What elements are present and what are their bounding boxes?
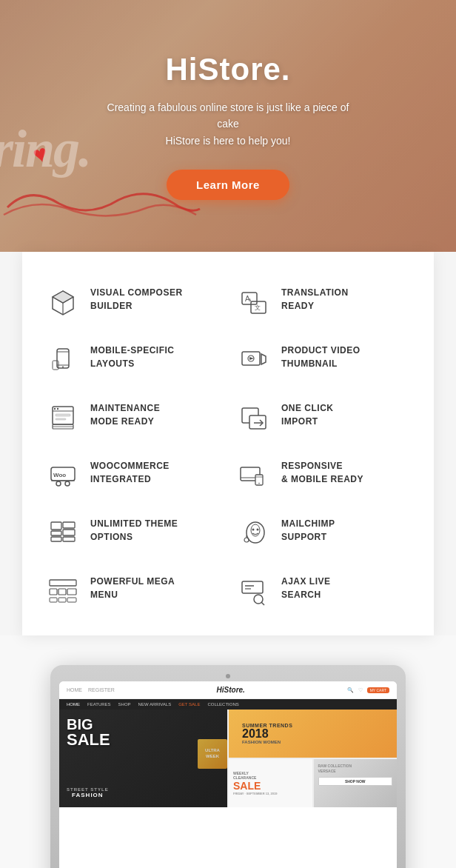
- screen-weekly-clearance: WEEKLYCLEARANCE SALE Friday · September …: [229, 759, 312, 807]
- screen-nav-link: REGISTER: [88, 687, 115, 692]
- svg-rect-55: [67, 589, 76, 595]
- features-grid: VISUAL COMPOSERBUILDER A 文 TRANSLATIONRE…: [37, 274, 419, 621]
- svg-line-63: [261, 602, 264, 605]
- laptop-wrapper-outer: HOME REGISTER HiStore. 🔍 ♡ MY CART: [0, 635, 456, 868]
- screen-cart-badge: MY CART: [367, 687, 389, 693]
- translation-icon: A 文: [237, 286, 271, 320]
- laptop-mockup-section: HOME REGISTER HiStore. 🔍 ♡ MY CART: [0, 635, 456, 868]
- svg-rect-28: [249, 415, 266, 429]
- feature-label-mobile-layouts: MOBILE-SPECIFICLAYOUTS: [90, 344, 175, 370]
- mailchimp-icon: [237, 517, 271, 551]
- feature-woocommerce: Woo WOOCOMMERCEINTEGRATED: [37, 447, 228, 505]
- screen-nav-collections: COLLECTIONS: [207, 702, 238, 707]
- screen-banner-grid: BIG SALE STREET STYLE FASHION: [59, 710, 397, 807]
- feature-label-woocommerce: WOOCOMMERCEINTEGRATED: [90, 459, 170, 486]
- feature-one-click-import: ONE CLICKIMPORT: [228, 390, 419, 447]
- cube-icon: [46, 286, 80, 320]
- feature-translation-ready: A 文 TRANSLATIONREADY: [228, 274, 419, 332]
- laptop-camera: [226, 674, 230, 678]
- screen-date-label: Friday · September 13, 2019: [233, 792, 308, 795]
- screen-big-sale-text: BIG: [67, 717, 110, 732]
- screen-header: HOME REGISTER HiStore. 🔍 ♡ MY CART: [59, 681, 397, 699]
- feature-label-one-click-import: ONE CLICKIMPORT: [281, 401, 334, 428]
- screen-nav-left: HOME REGISTER: [67, 687, 115, 692]
- screen-summer-trends: SUMMER TRENDS 2018 FASHION WOMEN: [229, 710, 397, 758]
- feature-label-mega-menu: POWERFUL MEGAMENU: [90, 575, 175, 601]
- svg-point-21: [54, 408, 56, 410]
- feature-unlimited-theme: UNLIMITED THEMEOPTIONS: [37, 505, 228, 563]
- screen-year-label: 2018: [242, 728, 383, 740]
- svg-point-50: [244, 538, 249, 542]
- feature-label-visual-composer: VISUAL COMPOSERBUILDER: [90, 286, 183, 313]
- feature-label-translation-ready: TRANSLATIONREADY: [281, 286, 349, 313]
- laptop-screen: HOME REGISTER HiStore. 🔍 ♡ MY CART: [59, 681, 397, 868]
- hero-title: HiStore.: [165, 52, 290, 87]
- mobile-icon: [46, 344, 80, 378]
- svg-rect-53: [50, 589, 57, 595]
- svg-rect-58: [67, 598, 76, 602]
- screen-nav-features: FEATURES: [87, 702, 111, 707]
- svg-point-48: [252, 529, 255, 531]
- svg-rect-23: [56, 414, 70, 416]
- feature-label-unlimited-theme: UNLIMITED THEMEOPTIONS: [90, 517, 178, 544]
- feature-label-maintenance-mode: MAINTENANCEMODE READY: [90, 401, 160, 428]
- screen-logo: HiStore.: [217, 686, 245, 694]
- learn-more-button[interactable]: Learn More: [167, 170, 289, 200]
- feature-responsive: RESPONSIVE& MOBILE READY: [228, 447, 419, 505]
- svg-rect-54: [58, 589, 66, 595]
- svg-rect-56: [50, 598, 57, 602]
- screen-nav-shop: SHOP: [118, 702, 131, 707]
- feature-mega-menu: POWERFUL MEGAMENU: [37, 563, 228, 621]
- screen-wishlist-text: ♡: [358, 687, 363, 693]
- feature-product-video: PRODUCT VIDEOTHUMBNAIL: [228, 332, 419, 390]
- screen-banner-left: BIG SALE STREET STYLE FASHION: [59, 710, 227, 807]
- laptop-device: HOME REGISTER HiStore. 🔍 ♡ MY CART: [50, 665, 406, 868]
- screen-raw-collection: RAW COLLECTIONVERSACE SHOP NOW: [314, 759, 398, 807]
- feature-visual-composer: VISUAL COMPOSERBUILDER: [37, 274, 228, 332]
- screen-weekly-label: WEEKLYCLEARANCE: [233, 771, 308, 780]
- svg-rect-59: [242, 581, 263, 593]
- video-icon: [237, 344, 271, 378]
- screen-nav-home: HOME: [67, 702, 80, 707]
- svg-point-39: [258, 483, 260, 484]
- search-icon: [237, 575, 271, 609]
- feature-ajax-search: AJAX LIVESEARCH: [228, 563, 419, 621]
- feature-label-product-video: PRODUCT VIDEOTHUMBNAIL: [281, 344, 361, 370]
- svg-point-49: [257, 529, 259, 531]
- svg-point-46: [247, 522, 264, 543]
- svg-rect-45: [63, 537, 75, 541]
- svg-rect-42: [51, 537, 61, 541]
- screen-shop-now-btn: SHOP NOW: [318, 777, 393, 786]
- screen-street-style: STREET STYLE FASHION: [67, 787, 109, 798]
- theme-icon: [46, 517, 80, 551]
- svg-marker-1: [53, 291, 73, 303]
- svg-point-32: [56, 481, 61, 486]
- svg-rect-57: [58, 598, 66, 602]
- svg-rect-24: [56, 418, 66, 420]
- screen-weekly-sale-text: SALE: [233, 780, 308, 792]
- feature-label-mailchimp: MAILCHIMPSUPPORT: [281, 517, 335, 544]
- svg-marker-16: [261, 354, 266, 364]
- laptop-screen-content: HOME REGISTER HiStore. 🔍 ♡ MY CART: [59, 681, 397, 807]
- screen-bottom-banners: WEEKLYCLEARANCE SALE Friday · September …: [229, 759, 397, 807]
- svg-point-13: [62, 367, 64, 368]
- screen-raw-label: RAW COLLECTIONVERSACE: [318, 764, 393, 774]
- svg-text:文: 文: [255, 304, 261, 311]
- hero-content: HiStore. Creating a fabulous online stor…: [95, 52, 361, 200]
- screen-nav-get-sale: GET SALE: [178, 702, 200, 707]
- hero-subtitle: Creating a fabulous online store is just…: [95, 99, 361, 149]
- screen-navbar: HOME FEATURES SHOP NEW ARRIVALS GET SALE…: [59, 699, 397, 710]
- import-icon: [237, 401, 271, 435]
- svg-rect-43: [63, 522, 75, 528]
- screen-nav-new-arrivals: NEW ARRIVALS: [138, 702, 172, 707]
- screen-search-icon-text: 🔍: [347, 687, 354, 693]
- hero-section: ♥ ring. HiStore. Creating a fabulous onl…: [0, 0, 456, 252]
- feature-label-responsive: RESPONSIVE& MOBILE READY: [281, 459, 363, 486]
- feature-maintenance-mode: MAINTENANCEMODE READY: [37, 390, 228, 447]
- laptop-outer-frame: HOME REGISTER HiStore. 🔍 ♡ MY CART: [50, 665, 406, 868]
- screen-nav-right: 🔍 ♡ MY CART: [347, 687, 389, 693]
- feature-mailchimp: MAILCHIMPSUPPORT: [228, 505, 419, 563]
- svg-rect-52: [50, 580, 76, 586]
- svg-rect-44: [63, 530, 75, 535]
- svg-text:Woo: Woo: [53, 472, 66, 478]
